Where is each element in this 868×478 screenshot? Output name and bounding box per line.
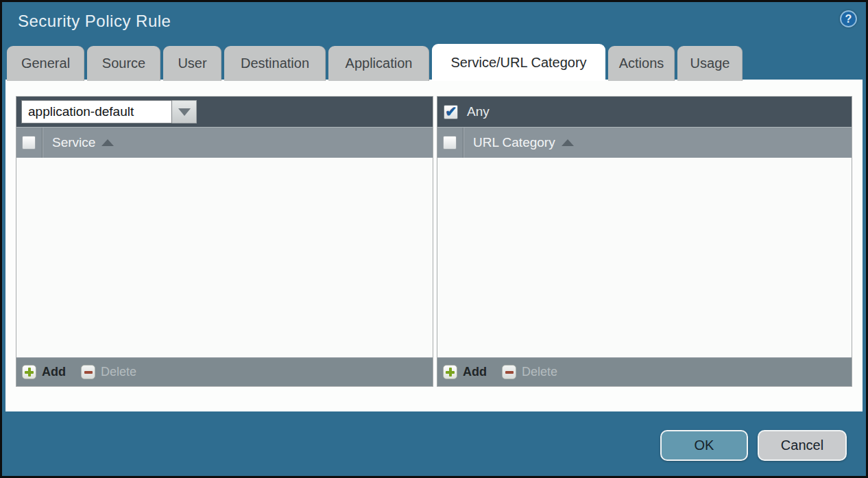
security-policy-rule-dialog: Security Policy Rule ? General Source Us… xyxy=(0,0,868,478)
column-divider xyxy=(463,128,463,158)
cancel-button[interactable]: Cancel xyxy=(758,430,847,461)
service-type-dropdown[interactable]: application-default xyxy=(21,100,197,123)
tab-source[interactable]: Source xyxy=(87,46,160,81)
url-category-panel: Any URL Category Add Delete xyxy=(437,96,852,387)
url-category-column-header-row: URL Category xyxy=(437,127,852,158)
url-category-footer: Add Delete xyxy=(437,357,852,386)
url-category-delete-button[interactable]: Delete xyxy=(502,365,557,379)
dialog-title: Security Policy Rule xyxy=(18,12,171,31)
tab-user[interactable]: User xyxy=(163,46,221,81)
plus-icon xyxy=(443,365,457,379)
delete-button-label: Delete xyxy=(522,365,557,379)
tab-general[interactable]: General xyxy=(7,46,84,81)
service-select-all-checkbox[interactable] xyxy=(22,136,36,150)
tab-usage[interactable]: Usage xyxy=(677,46,743,81)
url-category-toolbar: Any xyxy=(437,97,852,127)
minus-icon xyxy=(81,365,95,379)
tab-content-area: application-default Service Add xyxy=(5,80,863,411)
dropdown-button[interactable] xyxy=(172,100,197,123)
chevron-down-icon xyxy=(178,108,191,116)
service-add-button[interactable]: Add xyxy=(22,365,66,379)
url-category-select-all-checkbox[interactable] xyxy=(443,136,457,150)
tab-actions[interactable]: Actions xyxy=(608,46,675,81)
delete-button-label: Delete xyxy=(101,365,136,379)
url-category-list-body[interactable] xyxy=(437,158,852,357)
url-category-add-button[interactable]: Add xyxy=(443,365,487,379)
ok-button[interactable]: OK xyxy=(660,430,748,461)
service-panel: application-default Service Add xyxy=(16,96,433,387)
plus-icon xyxy=(22,365,36,379)
any-checkbox[interactable] xyxy=(444,105,458,119)
service-delete-button[interactable]: Delete xyxy=(81,365,136,379)
service-toolbar: application-default xyxy=(16,97,433,127)
sort-ascending-icon xyxy=(562,139,574,146)
service-column-label[interactable]: Service xyxy=(52,135,95,150)
service-list-body[interactable] xyxy=(16,158,433,357)
help-icon[interactable]: ? xyxy=(840,10,857,27)
service-column-header-row: Service xyxy=(16,127,433,158)
service-type-value[interactable]: application-default xyxy=(21,100,172,123)
add-button-label: Add xyxy=(42,365,66,379)
sort-ascending-icon xyxy=(101,139,114,146)
tab-application[interactable]: Application xyxy=(328,46,429,81)
add-button-label: Add xyxy=(463,365,487,379)
url-category-column-label[interactable]: URL Category xyxy=(473,135,555,150)
tab-service-url-category[interactable]: Service/URL Category xyxy=(432,44,605,81)
any-checkbox-label[interactable]: Any xyxy=(467,104,490,119)
column-divider xyxy=(42,128,43,158)
tab-bar: General Source User Destination Applicat… xyxy=(7,44,743,81)
tab-destination[interactable]: Destination xyxy=(224,46,326,81)
minus-icon xyxy=(502,365,516,379)
service-footer: Add Delete xyxy=(16,357,433,386)
